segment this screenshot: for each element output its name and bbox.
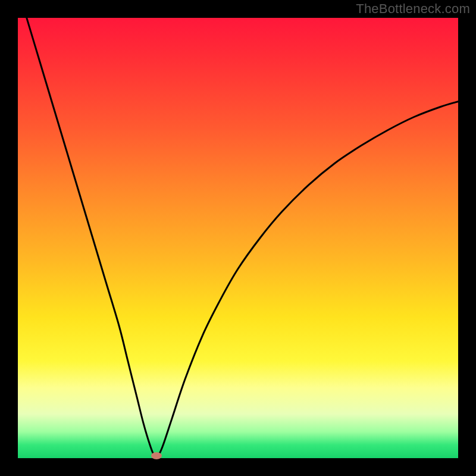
minimum-point-marker: [151, 452, 162, 459]
plot-area: [18, 18, 458, 458]
chart-container: TheBottleneck.com: [0, 0, 476, 476]
bottleneck-curve: [18, 18, 458, 458]
watermark-text: TheBottleneck.com: [356, 1, 470, 17]
